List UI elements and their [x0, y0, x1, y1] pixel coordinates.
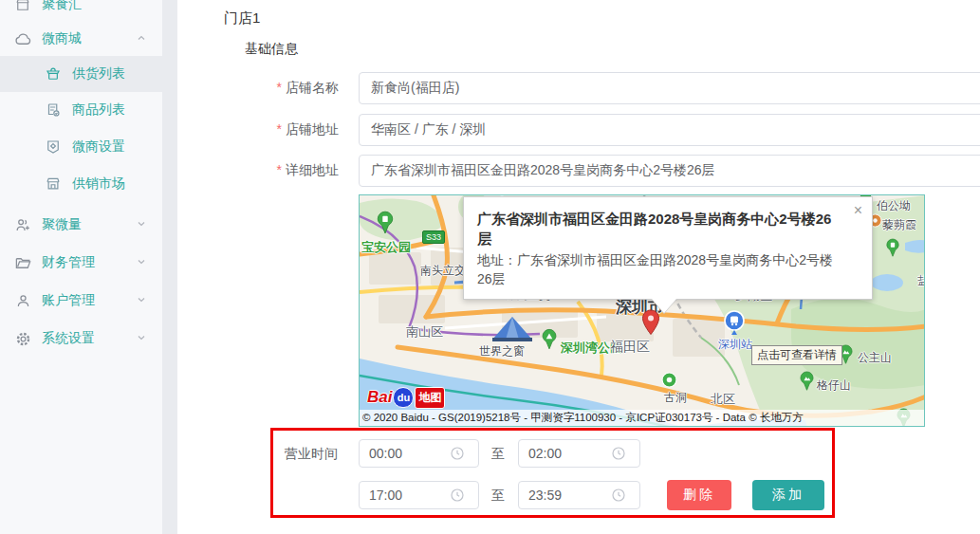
poi-pin-icon: [661, 372, 677, 392]
map-label: 宝安公园: [361, 239, 411, 256]
baidu-logo: Bai du 地图: [367, 385, 445, 410]
map-label: 深圳站: [718, 337, 752, 353]
map-pin-icon[interactable]: [641, 309, 660, 340]
detail-address-input[interactable]: [359, 155, 980, 187]
close-icon[interactable]: ×: [854, 203, 862, 218]
chevron-down-icon: [136, 254, 147, 271]
app-window: 聚食汇 微商城 供货列表 商品列表: [0, 0, 980, 534]
chevron-up-icon: [136, 30, 147, 47]
folder-open-icon: [13, 253, 32, 272]
map-label: 南山区: [406, 323, 443, 341]
user-icon: [13, 291, 32, 310]
hours-start-input-1[interactable]: [359, 439, 479, 468]
sidebar-item-label: 系统设置: [42, 330, 95, 347]
map-label: 伯公坳: [877, 198, 911, 214]
map-label: 公主山: [858, 350, 892, 366]
sidebar-item-supply-market[interactable]: 供销市场: [0, 166, 162, 202]
park-pin-icon: [885, 238, 900, 262]
sidebar-item-weshop-settings[interactable]: 微商设置: [0, 129, 162, 165]
shop-icon: [44, 175, 63, 193]
map-label: 世界之窗: [479, 343, 525, 359]
sidebar-item-label: 供销市场: [72, 175, 125, 193]
hours-start-input-2[interactable]: [359, 481, 479, 509]
required-asterisk: *: [277, 121, 282, 137]
park-pin-icon: [541, 328, 558, 355]
main-content: 门店1 基础信息 *店铺名称 *店铺地址 *详细地址: [177, 0, 980, 534]
park-pin-icon: [376, 211, 395, 239]
sidebar-item-top-partial[interactable]: 聚食汇: [0, 0, 162, 23]
gear-icon: [13, 329, 32, 348]
cloud-icon: [13, 29, 32, 48]
to-label: 至: [491, 488, 505, 505]
sidebar-item-label: 账户管理: [42, 292, 95, 309]
map-label: 格仔山: [817, 377, 851, 394]
map-label: 藜蒴霞: [882, 217, 916, 233]
required-asterisk: *: [277, 162, 282, 177]
road-shield: S33: [422, 230, 445, 244]
store-icon: [13, 0, 32, 14]
sidebar-item-label: 聚食汇: [42, 0, 82, 13]
section-title: 基础信息: [245, 41, 298, 58]
sidebar: 聚食汇 微商城 供货列表 商品列表: [0, 0, 162, 534]
takeout-box-icon: [44, 64, 63, 83]
popup-address: 地址：广东省深圳市福田区金田路2028号皇岗商务中心2号楼26层: [477, 250, 843, 289]
sidebar-item-label: 供货列表: [72, 65, 125, 83]
baidu-map[interactable]: 宝安公园 S33 南头立交 南山区 世界之窗 深圳湾公园 福田区 深云立交 深圳…: [359, 194, 925, 427]
baidu-paw-icon: du: [393, 387, 414, 408]
page-title: 门店1: [224, 9, 260, 28]
map-label: 北区: [711, 391, 735, 408]
field-label-detail-address: *详细地址: [215, 162, 339, 179]
hours-end-input-2[interactable]: [518, 481, 640, 509]
required-asterisk: *: [277, 80, 282, 95]
map-label: 南头立交: [420, 263, 466, 279]
pyramid-icon: [490, 315, 534, 347]
add-button[interactable]: 添加: [752, 480, 824, 510]
sidebar-item-juweiliang[interactable]: 聚微量: [0, 207, 162, 243]
popup-tail: [652, 299, 676, 313]
sidebar-item-settings[interactable]: 系统设置: [0, 321, 162, 357]
popup-title: 广东省深圳市福田区金田路2028号皇岗商务中心2号楼26层: [477, 209, 843, 249]
document-check-icon: [44, 101, 63, 120]
sidebar-item-label: 聚微量: [42, 216, 82, 233]
sidebar-item-label: 微商城: [42, 30, 82, 47]
map-info-popup: 广东省深圳市福田区金田路2028号皇岗商务中心2号楼26层 地址：广东省深圳市福…: [463, 196, 873, 300]
users-plus-icon: [13, 215, 32, 234]
to-label: 至: [491, 446, 505, 463]
hours-end-input-1[interactable]: [518, 439, 640, 468]
sidebar-scrollbar[interactable]: [162, 0, 177, 534]
map-label: 古洞: [664, 390, 687, 406]
sidebar-item-label: 商品列表: [72, 101, 125, 119]
delete-button[interactable]: 删除: [667, 480, 731, 510]
sidebar-item-goods-list[interactable]: 商品列表: [0, 92, 162, 128]
sidebar-item-account[interactable]: 账户管理: [0, 283, 162, 319]
map-label: 盐: [917, 272, 925, 289]
hours-label: 营业时间: [285, 446, 338, 463]
store-region-input[interactable]: [359, 114, 980, 146]
field-label-store-name: *店铺名称: [215, 80, 339, 97]
sidebar-item-finance[interactable]: 财务管理: [0, 245, 162, 281]
chevron-down-icon: [136, 216, 147, 233]
sidebar-item-label: 财务管理: [42, 254, 95, 271]
sidebar-item-supply-list[interactable]: 供货列表: [0, 56, 162, 92]
sidebar-item-label: 微商设置: [72, 138, 125, 156]
sidebar-item-weshop[interactable]: 微商城: [0, 21, 162, 57]
map-tooltip: 点击可查看详情: [751, 345, 842, 365]
mountain-pin-icon: [799, 371, 815, 396]
badge-diamond-icon: [44, 138, 63, 157]
chevron-down-icon: [136, 330, 147, 347]
map-label: 福田区: [610, 339, 650, 356]
field-label-store-region: *店铺地址: [215, 121, 339, 138]
chevron-down-icon: [136, 292, 147, 309]
map-attribution: © 2020 Baidu - GS(2019)5218号 - 甲测资字11009…: [360, 410, 924, 426]
store-name-input[interactable]: [359, 72, 980, 104]
